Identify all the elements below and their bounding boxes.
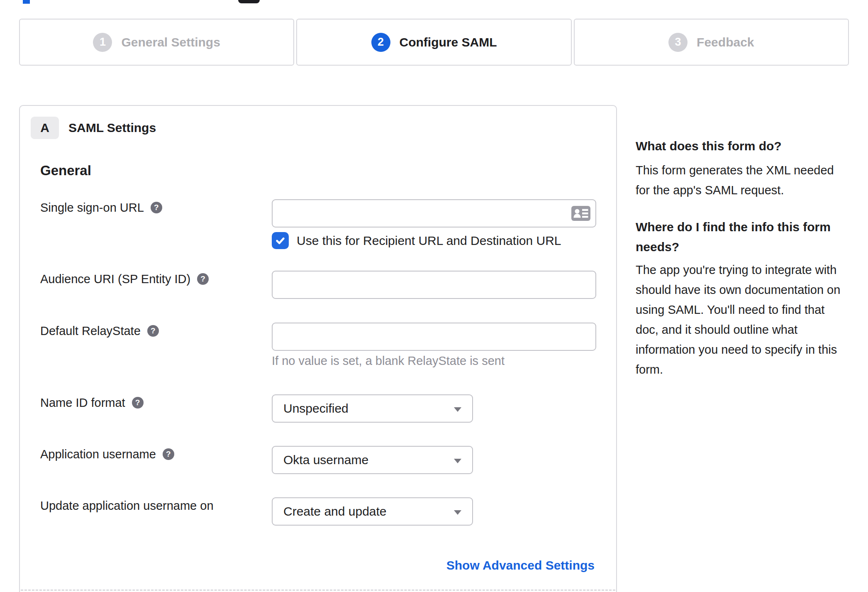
sso-url-label: Single sign-on URL ? [40,201,162,214]
contact-card-icon[interactable] [571,206,590,221]
step-number-badge: 1 [93,33,112,52]
saml-settings-panel: A SAML Settings General Single sign-on U… [19,105,617,592]
clipped-dark-element [238,0,260,3]
show-advanced-settings-link[interactable]: Show Advanced Settings [446,558,595,572]
help-icon[interactable]: ? [197,273,209,285]
audience-uri-input[interactable] [272,271,596,299]
update-username-select[interactable]: Create and update [272,497,473,526]
section-a-badge: A [31,117,59,139]
name-id-format-label: Name ID format ? [40,396,144,409]
app-username-label: Application username ? [40,448,174,461]
sidebar-question-2: Where do I find the info this form needs… [636,217,831,257]
step-general-settings[interactable]: 1 General Settings [19,19,294,66]
dropdown-caret-icon [454,510,461,515]
help-icon[interactable]: ? [147,325,159,337]
sso-url-field-wrap [272,199,596,228]
step-label: Feedback [697,35,754,49]
general-group-heading: General [40,163,91,179]
help-icon[interactable]: ? [132,397,144,409]
step-feedback[interactable]: 3 Feedback [574,19,849,66]
sidebar-answer-2: The app you're trying to integrate with … [636,260,840,379]
recipient-url-checkbox[interactable] [272,232,289,249]
relay-state-hint: If no value is set, a blank RelayState i… [272,354,505,368]
help-icon[interactable]: ? [163,448,174,460]
wizard-stepper: 1 General Settings 2 Configure SAML 3 Fe… [19,19,849,66]
step-label: Configure SAML [400,35,497,49]
sso-url-input[interactable] [272,199,596,228]
checkmark-icon [275,235,286,246]
update-username-label: Update application username on [40,499,214,512]
step-number-badge: 2 [371,33,390,52]
dashed-divider [21,590,615,591]
sidebar-question-1: What does this form do? [636,136,782,156]
step-label: General Settings [121,35,220,49]
clipped-blue-element [23,0,30,4]
section-title: SAML Settings [68,117,156,139]
audience-uri-label: Audience URI (SP Entity ID) ? [40,272,209,286]
help-icon[interactable]: ? [151,202,162,213]
app-username-select[interactable]: Okta username [272,446,473,474]
recipient-url-checkbox-label: Use this for Recipient URL and Destinati… [297,232,561,249]
relay-state-input[interactable] [272,323,596,351]
name-id-format-select[interactable]: Unspecified [272,394,473,423]
dropdown-caret-icon [454,407,461,412]
relay-state-label: Default RelayState ? [40,324,159,338]
dropdown-caret-icon [454,459,461,463]
step-configure-saml[interactable]: 2 Configure SAML [296,19,571,66]
sidebar-answer-1: This form generates the XML needed for t… [636,160,834,200]
step-number-badge: 3 [668,33,688,52]
